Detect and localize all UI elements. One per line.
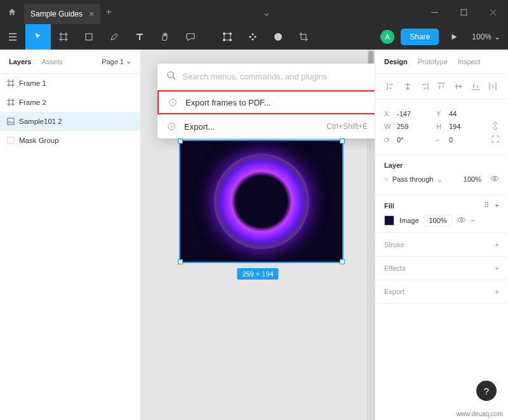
fill-section-title: Fill xyxy=(384,202,394,210)
svg-rect-9 xyxy=(8,137,14,144)
align-top-icon[interactable] xyxy=(435,80,448,93)
tab-layers[interactable]: Layers xyxy=(9,58,31,65)
window-close-button[interactable] xyxy=(479,0,508,24)
svg-point-5 xyxy=(230,33,232,35)
blend-mode-icon: ○ xyxy=(384,175,389,183)
window-maximize-button[interactable] xyxy=(450,0,479,24)
tab-assets[interactable]: Assets xyxy=(41,58,62,65)
pages-dropdown[interactable]: Page 1⌄ xyxy=(102,57,131,65)
rotation-icon: ⟳ xyxy=(384,136,393,144)
present-button[interactable] xyxy=(444,27,464,47)
w-value[interactable]: 259 xyxy=(397,123,432,130)
selected-image[interactable] xyxy=(179,140,344,263)
frame-tool[interactable] xyxy=(51,24,76,50)
svg-rect-0 xyxy=(431,12,438,13)
x-value[interactable]: -147 xyxy=(397,110,432,118)
menu-button[interactable] xyxy=(0,24,25,50)
layer-row[interactable]: Frame 2 xyxy=(0,93,140,112)
command-palette: Export frames to PDF... Export... Ctrl+S… xyxy=(157,64,375,139)
add-stroke-button[interactable]: + xyxy=(495,241,499,248)
comment-tool[interactable] xyxy=(178,24,203,50)
x-label: X xyxy=(384,110,393,118)
palette-search-input[interactable] xyxy=(182,72,368,81)
tab-design[interactable]: Design xyxy=(384,58,408,65)
image-content xyxy=(180,141,342,262)
svg-point-13 xyxy=(493,177,496,180)
fill-swatch[interactable] xyxy=(384,215,394,226)
shape-tool[interactable] xyxy=(76,24,102,50)
close-tab-icon[interactable]: × xyxy=(89,9,94,19)
zoom-control[interactable]: 100%⌄ xyxy=(464,32,508,41)
align-hcenter-icon[interactable] xyxy=(401,80,414,93)
radius-icon: ⌐ xyxy=(436,136,445,144)
remove-fill-button[interactable]: − xyxy=(471,217,475,224)
fill-type[interactable]: Image xyxy=(399,217,419,224)
radius-value[interactable]: 0 xyxy=(449,136,485,144)
crop-tool[interactable] xyxy=(291,24,316,50)
home-icon[interactable] xyxy=(0,0,24,24)
dimension-badge: 259 × 194 xyxy=(237,268,278,280)
effects-section[interactable]: Effects + xyxy=(375,257,508,280)
recent-icon xyxy=(166,121,177,132)
mask-tool[interactable] xyxy=(265,24,291,50)
move-tool[interactable] xyxy=(25,24,51,50)
opacity-value[interactable]: 100% xyxy=(464,175,481,183)
align-right-icon[interactable] xyxy=(418,80,431,93)
window-minimize-button[interactable] xyxy=(420,0,450,24)
layer-label: Frame 1 xyxy=(19,79,46,87)
palette-item-export[interactable]: Export... Ctrl+Shift+E xyxy=(157,114,375,139)
distribute-icon[interactable] xyxy=(486,80,499,93)
add-fill-button[interactable]: + xyxy=(495,201,499,210)
tab-prototype[interactable]: Prototype xyxy=(418,58,448,65)
hand-tool[interactable] xyxy=(152,24,178,50)
keyboard-shortcut: Ctrl+Shift+E xyxy=(326,122,368,131)
add-export-button[interactable]: + xyxy=(495,288,499,295)
svg-rect-8 xyxy=(8,118,14,125)
edit-object-tool[interactable] xyxy=(215,24,240,50)
svg-point-10 xyxy=(168,72,173,78)
svg-point-14 xyxy=(460,219,463,221)
mask-group-icon xyxy=(6,136,15,145)
layer-row[interactable]: Sample101 2 xyxy=(0,112,140,131)
avatar[interactable]: A xyxy=(380,30,394,44)
search-icon xyxy=(166,71,176,83)
resize-handle-ne[interactable] xyxy=(340,139,345,144)
resize-handle-sw[interactable] xyxy=(178,259,183,264)
fill-opacity[interactable]: 100% xyxy=(424,215,452,226)
layer-row[interactable]: Frame 1 xyxy=(0,74,140,93)
resize-handle-se[interactable] xyxy=(340,259,345,264)
help-button[interactable]: ? xyxy=(476,381,497,401)
layer-row[interactable]: Mask Group xyxy=(0,131,140,150)
tab-inspect[interactable]: Inspect xyxy=(458,58,480,65)
export-section[interactable]: Export + xyxy=(375,280,508,304)
palette-item-export-pdf[interactable]: Export frames to PDF... xyxy=(157,90,375,114)
share-button[interactable]: Share xyxy=(401,29,439,45)
resize-handle-nw[interactable] xyxy=(178,139,183,144)
add-effect-button[interactable]: + xyxy=(495,264,499,272)
blend-mode-select[interactable]: Pass through xyxy=(392,175,434,183)
effects-title: Effects xyxy=(384,264,405,272)
text-tool[interactable] xyxy=(127,24,152,50)
chevron-down-icon[interactable]: ⌄ xyxy=(262,6,275,18)
stroke-section[interactable]: Stroke + xyxy=(375,233,508,257)
visibility-icon[interactable] xyxy=(457,215,466,226)
style-icon[interactable]: ⠿ xyxy=(484,201,489,210)
layer-label: Frame 2 xyxy=(19,98,46,106)
align-vcenter-icon[interactable] xyxy=(452,80,465,93)
layer-section-title: Layer xyxy=(384,161,499,169)
frame-icon xyxy=(6,98,15,107)
align-left-icon[interactable] xyxy=(384,80,397,93)
y-value[interactable]: 44 xyxy=(449,110,485,118)
visibility-icon[interactable] xyxy=(490,174,499,184)
constrain-proportions-icon[interactable] xyxy=(491,121,499,132)
export-title: Export xyxy=(384,288,404,295)
align-bottom-icon[interactable] xyxy=(469,80,482,93)
canvas[interactable]: 259 × 194 Export frames to PDF... Export… xyxy=(141,50,375,420)
pen-tool[interactable] xyxy=(102,24,127,50)
document-tab[interactable]: Sample Guides × xyxy=(24,4,100,24)
independent-corners-icon[interactable] xyxy=(491,135,499,144)
h-value[interactable]: 194 xyxy=(449,123,485,130)
rotation-value[interactable]: 0° xyxy=(397,136,432,144)
component-tool[interactable] xyxy=(240,24,265,50)
add-tab-button[interactable]: + xyxy=(100,6,117,18)
